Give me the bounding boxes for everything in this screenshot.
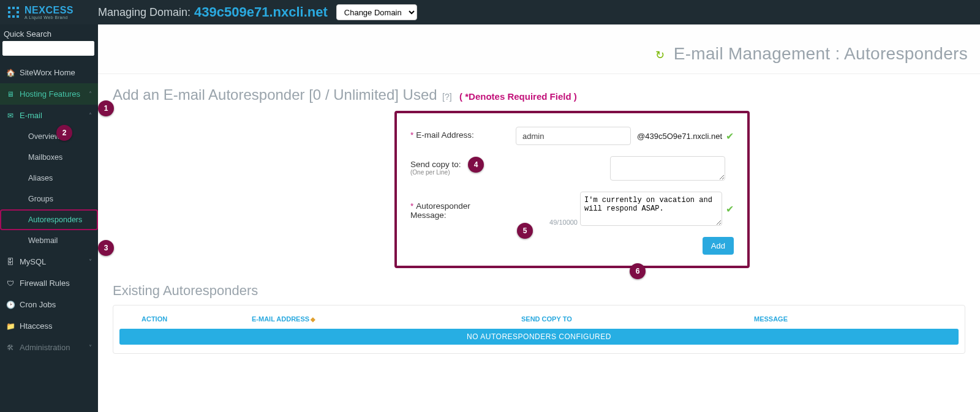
sidebar-item-cron[interactable]: 🕑 Cron Jobs — [0, 294, 98, 315]
managing-domain-label: Managing Domain: — [98, 6, 190, 19]
page-title: ↻ E-mail Management : Autoresponders — [110, 44, 968, 64]
page-title-text: E-mail Management : Autoresponders — [674, 44, 968, 63]
empty-state: NO AUTORESPONDERS CONFIGURED — [119, 329, 959, 345]
email-address-label: *E-mail Address: — [410, 127, 516, 140]
brand-logo[interactable]: NEXCESS A Liquid Web Brand — [0, 0, 80, 24]
sidebar-item-label: Overview — [28, 132, 60, 141]
email-submenu: Overview Mailboxes Aliases Groups Autore… — [0, 126, 98, 251]
message-textarea[interactable] — [580, 192, 722, 226]
monitor-icon: 🖥 — [6, 90, 15, 99]
sidebar-item-email[interactable]: ✉ E-mail ˄ — [0, 105, 98, 126]
managing-domain-value: 439c509e71.nxcli.net — [194, 4, 328, 20]
chevron-down-icon: ˅ — [89, 344, 92, 351]
sort-icon: ◆ — [311, 316, 315, 323]
col-action[interactable]: ACTION — [123, 315, 252, 323]
sidebar-item-firewall[interactable]: 🛡 Firewall Rules — [0, 272, 98, 294]
sidebar-item-overview[interactable]: Overview — [0, 126, 98, 147]
quick-search-input[interactable] — [2, 41, 94, 56]
envelope-icon: ✉ — [6, 111, 15, 120]
email-domain-suffix: @439c5O9e71.nxcli.net — [637, 132, 722, 141]
home-icon: 🏠 — [6, 69, 15, 77]
sidebar-item-label: Hosting Features — [20, 89, 80, 99]
content-area: Add an E-mail Autoresponder [0 / Unlimit… — [98, 74, 980, 366]
message-row: *Autoresponder Message: 49/10000 ✔ — [410, 192, 734, 226]
email-address-row: *E-mail Address: @439c5O9e71.nxcli.net ✔ — [410, 127, 734, 145]
step-badge-1: 1 — [98, 100, 114, 116]
step-badge-4: 4 — [468, 157, 484, 173]
chevron-down-icon: ˅ — [89, 258, 92, 265]
quick-search-label: Quick Search — [0, 24, 98, 41]
add-button[interactable]: Add — [703, 237, 734, 255]
step-badge-2: 2 — [56, 125, 72, 141]
sidebar-item-home[interactable]: 🏠 SiteWorx Home — [0, 62, 98, 83]
valid-check-icon: ✔ — [726, 130, 734, 142]
sidebar-item-label: Firewall Rules — [20, 279, 70, 288]
sidebar-item-label: Webmail — [28, 236, 58, 245]
send-copy-row: Send copy to: (One per Line) — [410, 156, 734, 181]
brand-tagline: A Liquid Web Brand — [24, 15, 74, 20]
autoresponder-form: *E-mail Address: @439c5O9e71.nxcli.net ✔… — [394, 111, 750, 268]
sidebar-item-aliases[interactable]: Aliases — [0, 168, 98, 189]
sidebar-item-autoresponders[interactable]: Autoresponders — [0, 209, 98, 230]
page-header: ↻ E-mail Management : Autoresponders — [98, 24, 980, 74]
tools-icon: 🛠 — [6, 343, 15, 352]
col-copy[interactable]: SEND COPY TO — [521, 315, 754, 323]
sidebar: Quick Search 🏠 SiteWorx Home 🖥 Hosting F… — [0, 24, 98, 412]
chevron-up-icon: ˄ — [89, 91, 92, 97]
form-actions: Add — [410, 237, 734, 255]
sidebar-item-label: Htaccess — [20, 321, 52, 331]
topbar: NEXCESS A Liquid Web Brand Managing Doma… — [0, 0, 980, 24]
sidebar-item-groups[interactable]: Groups — [0, 189, 98, 209]
col-email[interactable]: E-MAIL ADDRESS◆ — [252, 315, 521, 323]
col-message[interactable]: MESSAGE — [754, 315, 955, 323]
sidebar-item-mysql[interactable]: 🗄 MySQL ˅ — [0, 251, 98, 272]
email-address-input[interactable] — [516, 127, 631, 145]
send-copy-hint: (One per Line) — [410, 169, 527, 176]
clock-icon: 🕑 — [6, 301, 15, 309]
database-icon: 🗄 — [6, 258, 15, 266]
sidebar-item-label: SiteWorx Home — [20, 68, 75, 77]
step-badge-6: 6 — [630, 263, 646, 279]
chevron-up-icon: ˄ — [89, 112, 92, 119]
sidebar-item-mailboxes[interactable]: Mailboxes — [0, 147, 98, 168]
sidebar-item-label: Mailboxes — [28, 153, 62, 162]
shield-icon: 🛡 — [6, 279, 15, 288]
sidebar-item-webmail[interactable]: Webmail — [0, 230, 98, 251]
message-label: *Autoresponder Message: — [410, 198, 500, 220]
send-copy-textarea[interactable] — [610, 156, 725, 181]
folder-icon: 📁 — [6, 322, 15, 331]
sidebar-item-label: Aliases — [28, 174, 53, 182]
step-badge-3: 3 — [98, 240, 114, 256]
char-count: 49/10000 — [549, 219, 578, 226]
required-field-note: ( *Denotes Required Field ) — [459, 91, 577, 102]
existing-table: ACTION E-MAIL ADDRESS◆ SEND COPY TO MESS… — [113, 305, 965, 354]
existing-title: Existing Autoresponders — [113, 283, 965, 299]
sidebar-item-label: Groups — [28, 195, 53, 203]
form-title: Add an E-mail Autoresponder [0 / Unlimit… — [113, 86, 437, 103]
change-domain-select[interactable]: Change Domain — [336, 4, 417, 20]
step-badge-5: 5 — [517, 223, 533, 239]
nexcess-logo-icon — [6, 5, 21, 20]
main-content: ↻ E-mail Management : Autoresponders Add… — [98, 24, 980, 412]
help-link[interactable]: [?] — [442, 92, 452, 102]
sidebar-item-label: MySQL — [20, 257, 46, 266]
sidebar-item-hosting-features[interactable]: 🖥 Hosting Features ˄ — [0, 83, 98, 105]
sidebar-item-administration[interactable]: 🛠 Administration ˅ — [0, 337, 98, 358]
table-header: ACTION E-MAIL ADDRESS◆ SEND COPY TO MESS… — [119, 312, 959, 329]
sidebar-item-label: Cron Jobs — [20, 300, 56, 309]
sidebar-item-label: Administration — [20, 343, 70, 352]
brand-name: NEXCESS — [24, 6, 74, 15]
sidebar-item-htaccess[interactable]: 📁 Htaccess — [0, 315, 98, 337]
valid-check-icon: ✔ — [726, 203, 734, 215]
sidebar-item-label: Autoresponders — [28, 215, 82, 224]
sidebar-item-label: E-mail — [20, 111, 42, 120]
refresh-icon[interactable]: ↻ — [655, 49, 665, 61]
